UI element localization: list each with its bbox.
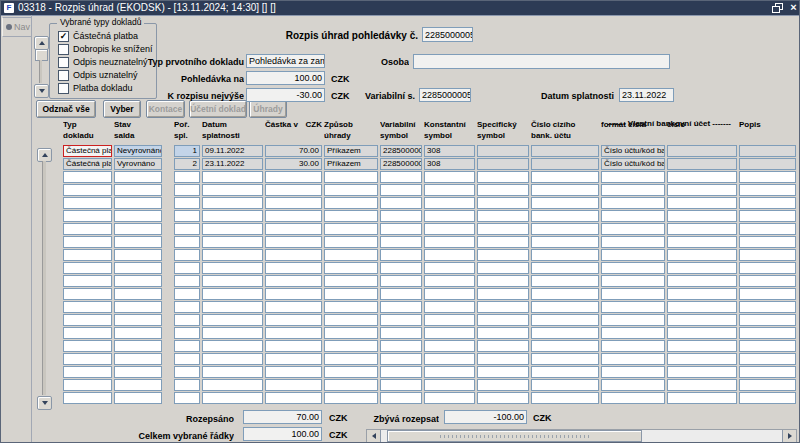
grid-cell[interactable] xyxy=(202,249,263,261)
grid-cell[interactable] xyxy=(174,314,200,326)
grid-cell[interactable] xyxy=(380,275,422,287)
grid-cell[interactable] xyxy=(380,379,422,391)
grid-cell[interactable] xyxy=(424,340,475,352)
grid-cell[interactable] xyxy=(324,288,378,300)
grid-cell[interactable] xyxy=(63,379,112,391)
grid-cell[interactable] xyxy=(477,275,529,287)
grid-cell[interactable] xyxy=(531,184,599,196)
grid-cell[interactable] xyxy=(531,145,599,157)
grid-cell[interactable] xyxy=(202,275,263,287)
grid-cell[interactable] xyxy=(202,184,263,196)
grid-cell[interactable] xyxy=(739,301,796,313)
grid-cell[interactable] xyxy=(324,184,378,196)
checkbox-checked-icon[interactable]: ✓ xyxy=(58,31,69,42)
grid-cell[interactable] xyxy=(601,249,665,261)
grid-cell[interactable] xyxy=(477,288,529,300)
grid-cell[interactable] xyxy=(667,223,737,235)
grid-cell[interactable] xyxy=(667,262,737,274)
grid-cell[interactable] xyxy=(265,301,322,313)
grid-scroll-track[interactable] xyxy=(42,161,46,395)
grid-cell[interactable] xyxy=(601,262,665,274)
grid-cell[interactable]: Vyrovnáno xyxy=(114,158,162,170)
grid-cell[interactable] xyxy=(265,392,322,404)
grid-cell[interactable] xyxy=(174,210,200,222)
grid-cell[interactable] xyxy=(601,288,665,300)
grid-cell[interactable] xyxy=(531,197,599,209)
grid-cell[interactable] xyxy=(265,288,322,300)
grid-cell[interactable] xyxy=(424,210,475,222)
grid-cell[interactable] xyxy=(202,236,263,248)
pohledavka-na-field[interactable]: 100.00 xyxy=(246,71,325,85)
grid-cell[interactable]: Nevyrovnáno xyxy=(114,145,162,157)
grid-cell[interactable] xyxy=(63,314,112,326)
grid-cell[interactable] xyxy=(531,249,599,261)
grid-cell[interactable]: 30.00 xyxy=(265,158,322,170)
grid-cell[interactable] xyxy=(174,275,200,287)
grid-cell[interactable] xyxy=(63,184,112,196)
grid-cell[interactable] xyxy=(667,210,737,222)
grid-cell[interactable] xyxy=(667,236,737,248)
grid-cell[interactable] xyxy=(667,171,737,183)
grid-cell[interactable] xyxy=(202,197,263,209)
grid-cell[interactable] xyxy=(380,249,422,261)
grid-cell[interactable] xyxy=(601,366,665,378)
grid-cell[interactable]: 308 xyxy=(424,158,475,170)
grid-cell[interactable] xyxy=(202,314,263,326)
doc-type-item[interactable]: Odpis neuznatelný xyxy=(58,57,154,69)
grid-cell[interactable] xyxy=(601,197,665,209)
grid-cell[interactable] xyxy=(174,236,200,248)
grid-cell[interactable] xyxy=(265,275,322,287)
checkbox-icon[interactable] xyxy=(58,57,69,68)
grid-cell[interactable] xyxy=(531,223,599,235)
grid-cell[interactable] xyxy=(324,340,378,352)
grid-cell[interactable] xyxy=(174,392,200,404)
grid-cell[interactable] xyxy=(174,379,200,391)
grid-cell[interactable] xyxy=(531,158,599,170)
grid-cell[interactable] xyxy=(601,223,665,235)
grid-cell[interactable] xyxy=(174,197,200,209)
grid-cell[interactable] xyxy=(424,197,475,209)
grid-cell[interactable] xyxy=(114,392,162,404)
grid-cell[interactable] xyxy=(667,340,737,352)
grid-cell[interactable] xyxy=(63,340,112,352)
doc-types-scroll-up-icon[interactable] xyxy=(34,36,49,50)
grid-cell[interactable] xyxy=(202,301,263,313)
grid-cell[interactable] xyxy=(739,392,796,404)
grid-cell[interactable] xyxy=(114,353,162,365)
grid-cell[interactable] xyxy=(667,288,737,300)
grid-cell[interactable] xyxy=(202,210,263,222)
grid-cell[interactable] xyxy=(202,223,263,235)
grid-cell[interactable] xyxy=(477,379,529,391)
grid-cell[interactable] xyxy=(667,158,737,170)
grid-cell[interactable]: 23.11.2022 xyxy=(202,158,263,170)
grid-cell[interactable] xyxy=(265,314,322,326)
grid-cell[interactable] xyxy=(531,353,599,365)
grid-cell[interactable] xyxy=(531,288,599,300)
grid-cell[interactable] xyxy=(601,314,665,326)
grid-cell[interactable] xyxy=(63,249,112,261)
grid-cell[interactable] xyxy=(531,314,599,326)
grid-cell[interactable] xyxy=(380,197,422,209)
k-rozpisu-field[interactable]: -30.00 xyxy=(246,88,325,102)
grid-cell[interactable] xyxy=(739,158,796,170)
grid-cell[interactable] xyxy=(324,210,378,222)
grid-cell[interactable] xyxy=(739,379,796,391)
grid-cell[interactable] xyxy=(63,392,112,404)
grid-cell[interactable] xyxy=(477,223,529,235)
grid-cell[interactable] xyxy=(265,327,322,339)
grid-cell[interactable] xyxy=(114,249,162,261)
grid-cell[interactable] xyxy=(424,236,475,248)
grid-cell[interactable] xyxy=(114,366,162,378)
grid-cell[interactable] xyxy=(202,353,263,365)
grid-cell[interactable] xyxy=(477,353,529,365)
grid-cell[interactable] xyxy=(265,223,322,235)
grid-cell[interactable] xyxy=(667,366,737,378)
grid-cell[interactable] xyxy=(380,327,422,339)
grid-cell[interactable] xyxy=(174,262,200,274)
grid-cell[interactable] xyxy=(601,327,665,339)
grid-cell[interactable] xyxy=(477,145,529,157)
doc-types-scroll-down-icon[interactable] xyxy=(34,84,49,98)
grid-cell[interactable] xyxy=(531,171,599,183)
grid-cell[interactable] xyxy=(63,223,112,235)
grid-cell[interactable] xyxy=(324,236,378,248)
